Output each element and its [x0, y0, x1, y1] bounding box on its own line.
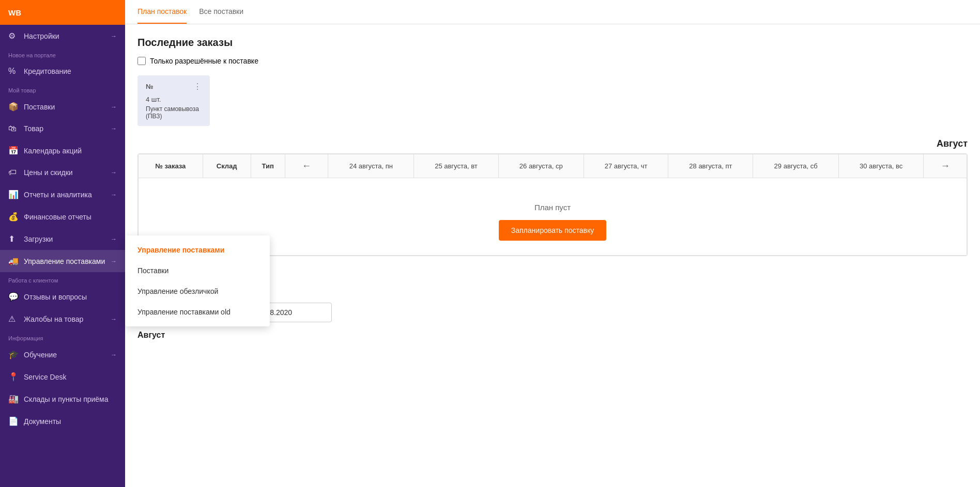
- arrow-icon: →: [111, 33, 117, 40]
- warehouses-icon: 🏭: [8, 394, 19, 404]
- order-card-menu-icon[interactable]: ⋮: [193, 82, 202, 91]
- august-label: Август: [137, 331, 968, 340]
- sidebar-item-label: Календарь акций: [24, 147, 82, 155]
- arrow-icon: →: [111, 103, 117, 111]
- col-aug30: 30 августа, вс: [838, 154, 923, 178]
- sidebar-item-label: Обучение: [24, 351, 57, 359]
- supplies-icon: 📦: [8, 102, 19, 112]
- sidebar-item-label: Отчеты и аналитика: [24, 191, 92, 199]
- supply-mgmt-icon: 🚚: [8, 256, 19, 266]
- arrow-icon: →: [111, 169, 117, 176]
- checkbox-label: Только разрешённые к поставке: [150, 57, 258, 65]
- sidebar-item-label: Склады и пункты приёма: [24, 395, 109, 403]
- sidebar-item-label: Кредитование: [24, 67, 71, 75]
- tab-bar: План поставок Все поставки: [125, 0, 980, 24]
- arrow-icon: →: [111, 191, 117, 198]
- settings-icon: ⚙: [8, 31, 19, 41]
- nav-left-btn[interactable]: ←: [285, 154, 328, 178]
- col-aug29: 29 августа, сб: [753, 154, 839, 178]
- arrow-icon: →: [111, 351, 117, 358]
- sidebar-item-reports[interactable]: 📊 Отчеты и аналитика →: [0, 183, 125, 206]
- section-info: Информация: [0, 330, 125, 343]
- sidebar-item-label: Финансовые отчеты: [24, 213, 91, 221]
- sidebar-item-credit[interactable]: % Кредитование: [0, 60, 125, 82]
- filter-row: Только разрешённые к поставке: [137, 57, 968, 65]
- arrow-icon: →: [111, 316, 117, 323]
- sidebar-item-supplies[interactable]: 📦 Поставки →: [0, 96, 125, 118]
- sidebar-item-label: Товар: [24, 124, 43, 133]
- calendar-month: Август: [137, 138, 968, 153]
- sidebar-logo: WB: [0, 0, 125, 25]
- arrow-icon: →: [111, 125, 117, 132]
- tab-all[interactable]: Все поставки: [199, 0, 243, 24]
- goods-icon: 🛍: [8, 124, 19, 133]
- dropdown-item-supply-mgmt[interactable]: Управление поставками: [125, 240, 270, 260]
- service-desk-icon: 📍: [8, 372, 19, 382]
- col-aug25: 25 августа, вт: [414, 154, 498, 178]
- calendar-icon: 📅: [8, 146, 19, 155]
- sidebar-item-label: Отзывы и вопросы: [24, 293, 87, 301]
- dropdown-item-label-mgmt[interactable]: Управление обезличкой: [125, 281, 270, 302]
- col-aug28: 28 августа, пт: [668, 154, 753, 178]
- nav-right-btn[interactable]: →: [924, 154, 967, 178]
- sidebar-item-label: Документы: [24, 417, 61, 426]
- tab-plan[interactable]: План поставок: [137, 0, 187, 24]
- col-order-num: № заказа: [139, 154, 203, 178]
- schedule-button[interactable]: Запланировать поставку: [499, 220, 606, 241]
- sidebar-item-goods[interactable]: 🛍 Товар →: [0, 118, 125, 139]
- order-card-num: №: [146, 83, 154, 90]
- col-aug27: 27 августа, чт: [584, 154, 668, 178]
- documents-icon: 📄: [8, 416, 19, 426]
- sidebar-item-supply-mgmt[interactable]: 🚚 Управление поставками →: [0, 250, 125, 272]
- sidebar-item-label: Цены и скидки: [24, 168, 73, 177]
- dropdown-item-supplies[interactable]: Поставки: [125, 260, 270, 281]
- training-icon: 🎓: [8, 350, 19, 359]
- sidebar-item-prices[interactable]: 🏷 Цены и скидки →: [0, 162, 125, 183]
- arrow-icon: →: [111, 258, 117, 265]
- nav-next-icon[interactable]: →: [937, 161, 954, 171]
- sidebar-item-label: Загрузки: [24, 235, 53, 243]
- col-aug24: 24 августа, пн: [328, 154, 414, 178]
- section-work-client: Работа с клиентом: [0, 272, 125, 286]
- order-card-type: Пункт самовывоза (ПВЗ): [146, 105, 202, 120]
- reviews-icon: 💬: [8, 292, 19, 302]
- sidebar-item-label: Поставки: [24, 103, 55, 111]
- reports-icon: 📊: [8, 190, 19, 199]
- sidebar-item-complaints[interactable]: ⚠ Жалобы на товар →: [0, 308, 125, 330]
- sidebar-item-label: Управление поставками: [24, 257, 105, 265]
- order-card-qty: 4 шт.: [146, 96, 202, 103]
- sidebar-item-financial[interactable]: 💰 Финансовые отчеты: [0, 206, 125, 228]
- credit-icon: %: [8, 67, 19, 76]
- sidebar-item-warehouses[interactable]: 🏭 Склады и пункты приёма: [0, 388, 125, 410]
- sidebar: WB ⚙ Настройки → Новое на портале % Кред…: [0, 0, 125, 487]
- uploads-icon: ⬆: [8, 234, 19, 244]
- col-warehouse: Склад: [203, 154, 251, 178]
- col-aug26: 26 августа, ср: [498, 154, 584, 178]
- sidebar-item-label: Жалобы на товар: [24, 315, 83, 323]
- sidebar-item-label: Service Desk: [24, 373, 66, 381]
- allowed-only-checkbox[interactable]: [137, 57, 146, 65]
- sidebar-item-service-desk[interactable]: 📍 Service Desk: [0, 366, 125, 388]
- sidebar-item-promo-calendar[interactable]: 📅 Календарь акций: [0, 139, 125, 162]
- sidebar-item-label: Настройки: [24, 32, 59, 40]
- sidebar-item-documents[interactable]: 📄 Документы: [0, 410, 125, 432]
- complaints-icon: ⚠: [8, 314, 19, 324]
- sidebar-item-settings[interactable]: ⚙ Настройки →: [0, 25, 125, 47]
- financial-icon: 💰: [8, 212, 19, 222]
- plan-empty-text: План пуст: [143, 203, 962, 212]
- dropdown-item-supply-mgmt-old[interactable]: Управление поставками old: [125, 302, 270, 322]
- order-card: № ⋮ 4 шт. Пункт самовывоза (ПВЗ): [137, 75, 210, 126]
- col-type: Тип: [251, 154, 285, 178]
- prices-icon: 🏷: [8, 168, 19, 177]
- section-my-goods: Мой товар: [0, 82, 125, 96]
- recent-orders-title: Последние заказы: [137, 37, 968, 49]
- dropdown-menu: Управление поставками Поставки Управлени…: [125, 235, 270, 326]
- section-new-portal: Новое на портале: [0, 47, 125, 60]
- nav-prev-icon[interactable]: ←: [298, 161, 315, 171]
- sidebar-item-uploads[interactable]: ⬆ Загрузки →: [0, 228, 125, 250]
- sidebar-item-reviews[interactable]: 💬 Отзывы и вопросы: [0, 286, 125, 308]
- sidebar-item-training[interactable]: 🎓 Обучение →: [0, 343, 125, 366]
- arrow-icon: →: [111, 235, 117, 243]
- logo-text: WB: [8, 8, 21, 17]
- order-card-header: № ⋮: [146, 82, 202, 91]
